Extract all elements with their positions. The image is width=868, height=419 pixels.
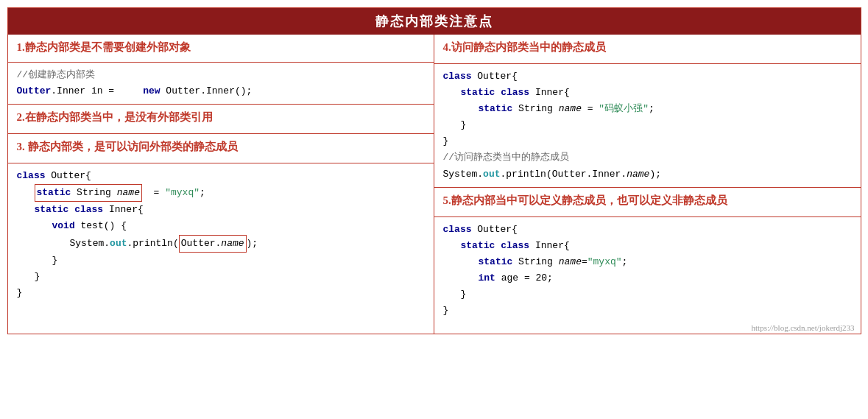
cell-point4: 4.访问静态内部类当中的静态成员: [434, 35, 861, 64]
point5-heading: 5.静态内部当中可以定义静态成员，也可以定义非静态成员: [443, 194, 852, 208]
title-bar: 静态内部类注意点: [8, 8, 861, 35]
point1-heading: 1.静态内部类是不需要创建外部对象: [17, 41, 425, 54]
code1-comment: //创建静态内部类: [17, 67, 425, 83]
left-column: 1.静态内部类是不需要创建外部对象 //创建静态内部类 Outter.Inner…: [8, 35, 434, 334]
cell-code1: //创建静态内部类 Outter.Inner in = new Outter.I…: [8, 63, 434, 105]
code5-block: class Outter{ static class Inner{ static…: [443, 222, 852, 320]
cell-point1: 1.静态内部类是不需要创建外部对象: [8, 35, 434, 63]
point2-heading: 2.在静态内部类当中，是没有外部类引用: [17, 110, 425, 124]
cell-point2: 2.在静态内部类当中，是没有外部类引用: [8, 105, 434, 134]
point3-heading: 3. 静态内部类，是可以访问外部类的静态成员: [17, 140, 425, 154]
code4-block: class Outter{ static class Inner{ static…: [443, 68, 852, 183]
cell-code5: class Outter{ static class Inner{ static…: [434, 217, 861, 323]
watermark: https://blog.csdn.net/jokerdj233: [434, 322, 861, 334]
code1-block: //创建静态内部类 Outter.Inner in = new Outter.I…: [17, 67, 425, 99]
code3-block: class Outter{ static String name = "myxq…: [17, 168, 425, 301]
code1-line: Outter.Inner in = new Outter.Inner();: [17, 83, 425, 99]
cell-point3: 3. 静态内部类，是可以访问外部类的静态成员: [8, 134, 434, 163]
main-container: 静态内部类注意点 1.静态内部类是不需要创建外部对象 //创建静态内部类 Out…: [7, 7, 861, 334]
right-column: 4.访问静态内部类当中的静态成员 class Outter{ static cl…: [434, 35, 861, 334]
content-grid: 1.静态内部类是不需要创建外部对象 //创建静态内部类 Outter.Inner…: [8, 35, 861, 334]
point4-heading: 4.访问静态内部类当中的静态成员: [443, 41, 852, 54]
cell-point5: 5.静态内部当中可以定义静态成员，也可以定义非静态成员: [434, 188, 861, 217]
cell-code4: class Outter{ static class Inner{ static…: [434, 64, 861, 188]
cell-code3: class Outter{ static String name = "myxq…: [8, 163, 434, 304]
title-text: 静态内部类注意点: [375, 14, 493, 29]
